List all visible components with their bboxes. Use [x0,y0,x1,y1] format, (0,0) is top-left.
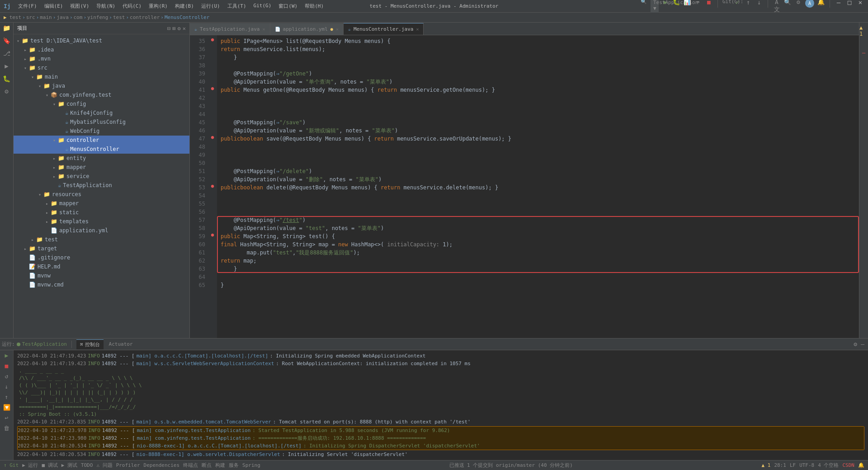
code-line-60[interactable]: final HashMap<String, String> map = new … [221,240,855,249]
search-everywhere-btn[interactable]: 🔍 [640,0,648,14]
tree-item-test-folder[interactable]: ▸📁test [14,235,189,244]
tab-console[interactable]: ⌘ 控制台 [76,339,104,349]
minimize-btn[interactable]: — [835,0,843,14]
tab-actuator[interactable]: Actuator [105,339,137,349]
tree-item-mvn[interactable]: ▸📁.mvn [14,54,189,63]
code-line-41[interactable]: public Menus getOne(@RequestBody Menus m… [221,86,855,94]
run-status[interactable]: ▶ 运行 [22,462,38,469]
tree-item-controller[interactable]: ▾📁controller [14,136,189,145]
code-area[interactable]: public IPage<Menus> list(@RequestBody Me… [217,35,859,338]
user-avatar[interactable]: A [805,0,814,8]
tab-application-yml[interactable]: 📄 application.yml ● ✕ [270,23,344,35]
git-update[interactable]: ↑ [744,0,752,14]
tree-item-mvnw-cmd[interactable]: 📄mvnw.cmd [14,280,189,289]
app-run-name[interactable]: TestApplication [22,341,67,347]
code-line-36[interactable]: return menusService.list(menus); [221,45,855,53]
gutter-icon-53[interactable]: ● [208,182,217,190]
build-status[interactable]: 构建 [215,462,225,469]
run-btn[interactable]: ▶ [661,0,670,14]
test-status[interactable]: ▶ 测试 [61,462,77,469]
tree-item-MenusController[interactable]: ☕MenusController [14,145,189,154]
menu-window[interactable]: 窗口(W) [277,2,299,10]
bc-controller[interactable]: controller [130,14,160,20]
warning-count[interactable]: ▲ 1 [762,462,771,468]
tree-item-WebConfig[interactable]: ☕WebConfig [14,127,189,136]
tree-item-main[interactable]: ▾📁main [14,72,189,81]
code-line-35[interactable]: public IPage<Menus> list(@RequestBody Me… [221,37,855,45]
gutter-icon-59[interactable]: ● [208,230,217,239]
tree-item-mapper[interactable]: ▸📁mapper [14,163,189,172]
editor-content[interactable]: 3536373839404142434445464748495051525354… [190,35,859,338]
tree-item-gitignore[interactable]: 📄.gitignore [14,253,189,262]
git-icon[interactable]: ⎇ [3,50,10,57]
menu-run[interactable]: 运行(U) [199,2,222,10]
maximize-btn[interactable]: □ [845,0,854,14]
translate-btn[interactable]: A文 [773,0,781,14]
gc-icon[interactable]: 🗑 [4,425,9,432]
code-line-56[interactable] [221,208,855,216]
bc-test2[interactable]: test [113,14,125,20]
code-line-61[interactable]: map.put("test","我是8888服务返回值"); [221,249,855,257]
code-line-63[interactable]: } [221,265,855,273]
bc-yinfeng[interactable]: yinfeng [87,14,108,20]
code-line-58[interactable]: @ApiOperation(value = "test", notes = "菜… [221,224,855,232]
code-line-44[interactable] [221,110,855,118]
menu-navigate[interactable]: 导航(N) [94,2,117,10]
code-line-57[interactable]: @PostMapping(⇒"/test") [221,216,855,224]
run-tool-icon[interactable]: ▶ [5,62,8,70]
menu-refactor[interactable]: 重构(R) [147,2,170,10]
tab-test-application[interactable]: ☕ TestApplication.java ✕ [190,23,270,35]
code-line-48[interactable] [221,143,855,151]
code-line-52[interactable]: @ApiOperation(value = "删除", notes = "菜单表… [221,175,855,183]
sidebar-expand-all-icon[interactable]: ⊞ [172,25,175,32]
bottom-minimize-icon[interactable]: — [861,341,864,348]
code-line-47[interactable]: public boolean save(@RequestBody Menus m… [221,135,855,143]
tree-item-templates[interactable]: ▸📁templates [14,217,189,226]
close-btn[interactable]: ✕ [856,0,864,14]
tree-item-com-yinfeng-test[interactable]: ▾📦com.yinfeng.test [14,90,189,99]
tree-item-entity[interactable]: ▸📁entity [14,154,189,163]
code-line-51[interactable]: @PostMapping(⇒"/delete") [221,167,855,175]
notifications-icon[interactable]: 🔔 [858,462,864,468]
tree-item-Knife4jConfig[interactable]: ☕Knife4jConfig [14,108,189,118]
notifications-btn[interactable]: 🔔 [817,0,825,14]
tree-item-HELP-md[interactable]: 📝HELP.md [14,262,189,271]
dependencies-status[interactable]: Dependencies [144,462,179,468]
sidebar-settings-icon[interactable]: ⚙ [178,25,181,32]
gutter-icon-35[interactable]: ● [208,35,217,43]
menu-help[interactable]: 帮助(H) [303,2,326,10]
code-line-42[interactable] [221,94,855,102]
code-line-46[interactable]: @ApiOperation(value = "新增或编辑", notes = "… [221,127,855,135]
tree-item-MybatisPlusConfig[interactable]: ☕MybatisPlusConfig [14,118,189,127]
code-line-65[interactable]: } [221,281,855,289]
code-line-38[interactable] [221,61,855,70]
tree-item-test-root[interactable]: ▾📁test D:\IDEA_JAVA\test [14,36,189,45]
menu-git[interactable]: Git(G) [252,2,274,10]
tab-menus-controller[interactable]: ☕ MenusController.java ✕ [344,23,424,35]
tree-item-service[interactable]: ▸📁service [14,172,189,181]
code-line-53[interactable]: public boolean delete(@RequestBody Menus… [221,183,855,192]
tree-item-TestApplication[interactable]: ☕TestApplication [14,181,189,190]
coverage-btn[interactable]: ☂ [694,0,702,14]
code-line-54[interactable] [221,192,855,200]
console-content[interactable]: 2022-04-10 21:47:19.423 INFO 14892 --- [… [14,350,868,460]
debug-btn[interactable]: 🐛 [672,0,680,14]
gutter-icon-47[interactable]: ● [208,133,217,141]
code-line-39[interactable]: @PostMapping(⇒"/getOne") [221,70,855,78]
code-line-50[interactable] [221,159,855,167]
menu-tools[interactable]: 工具(T) [226,2,248,10]
tree-item-config[interactable]: ▾📁config [14,99,189,108]
tab-close-1[interactable]: ✕ [336,27,339,32]
filter-icon[interactable]: 🔽 [3,404,10,411]
tab-close-0[interactable]: ✕ [262,27,265,32]
bc-com[interactable]: com [74,14,83,20]
spring-status[interactable]: Spring [242,462,260,468]
code-line-55[interactable] [221,200,855,208]
encoding[interactable]: UTF-8 [799,462,814,468]
profiler-status[interactable]: Profiler [116,462,140,468]
stop-btn[interactable]: ■ [705,0,713,14]
tree-item-java[interactable]: ▾📁java [14,81,189,90]
tree-item-static[interactable]: ▸📁static [14,208,189,217]
bc-main[interactable]: main [40,14,52,20]
debug-status[interactable]: ■ 调试 [42,462,57,469]
